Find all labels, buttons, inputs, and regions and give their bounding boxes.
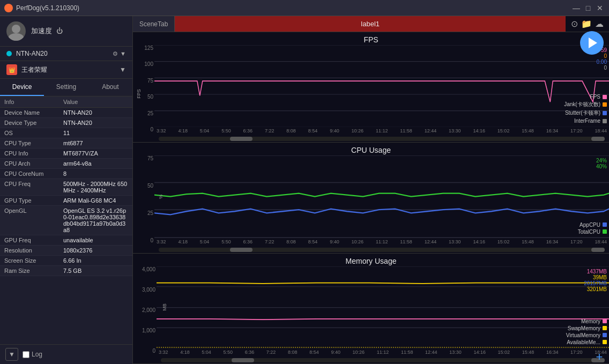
table-row: CPU Freq500MHz - 2000MHz 650MHz - 2400MH… — [0, 179, 132, 196]
game-selector[interactable]: 👑 王者荣耀 ▼ — [0, 61, 132, 79]
device-name: NTN-AN20 — [16, 50, 113, 57]
settings-icon[interactable]: ⚙ — [113, 50, 118, 57]
info-value: NTN-AN20 — [63, 120, 128, 126]
info-key: CPU Arch — [4, 160, 63, 167]
device-selector[interactable]: NTN-AN20 ⚙ ▼ — [0, 47, 132, 61]
tab-about[interactable]: About — [88, 79, 132, 96]
fps-legend-fps: FPS — [564, 94, 607, 100]
folder-icon[interactable]: 📁 — [581, 19, 592, 29]
cpu-y-75: 75 — [134, 155, 153, 161]
game-chevron-icon[interactable]: ▼ — [120, 66, 126, 73]
info-value: NTN-AN20 — [63, 109, 128, 116]
scene-icon-group: ⊙ 📁 ☁ — [566, 16, 609, 32]
cpu-legend: AppCPU TotalCPU — [578, 222, 607, 236]
fps-legend-jank-label: Jank(卡顿次数) — [564, 101, 600, 108]
info-key: CPU Type — [4, 140, 63, 146]
fps-y-0: 0 — [134, 127, 153, 132]
table-row: CPU InfoMT6877V/ZA — [0, 148, 132, 159]
fps-legend-interframe: InterFrame — [564, 118, 607, 124]
fps-x-17: 16:34 — [546, 128, 559, 136]
mem-y-2000: 2,000 — [134, 307, 155, 313]
log-checkbox[interactable] — [23, 351, 29, 358]
info-table-header: Info Value — [0, 96, 132, 108]
fps-y-75: 75 — [134, 78, 153, 84]
fps-scrollbar-thumb[interactable] — [230, 137, 252, 141]
info-value: 8 — [63, 170, 128, 177]
scene-label1[interactable]: label1 — [175, 16, 566, 32]
target-icon[interactable]: ⊙ — [571, 19, 578, 29]
fps-y-125: 125 — [134, 45, 153, 51]
fps-bigjank-value: 0.00 — [597, 59, 607, 65]
profile-section: 加速度 ⏻ — [0, 16, 132, 47]
info-value: ARM Mali-G68 MC4 — [63, 197, 128, 204]
memory-scrollbar-thumb[interactable] — [232, 358, 254, 362]
fps-x-10: 11:12 — [376, 128, 388, 136]
table-row: Device NameNTN-AN20 — [0, 108, 132, 118]
memory-legend: Memory SwapMemory VirtualMemory — [566, 318, 607, 346]
fps-x-13: 13:30 — [449, 128, 461, 136]
memory-scrollbar-track[interactable]: + — [161, 358, 605, 362]
cpu-legend-app: AppCPU — [578, 222, 607, 228]
fps-x-3: 5:50 — [221, 128, 231, 136]
fps-chart-section: FPS 125 100 75 50 25 0 FPS — [133, 32, 609, 143]
cpu-legend-total-label: TotalCPU — [578, 229, 600, 235]
fps-x-12: 12:44 — [425, 128, 437, 136]
fps-svg — [154, 45, 609, 127]
fps-chart-title: FPS — [133, 32, 609, 45]
info-value: 7.5 GB — [63, 268, 128, 274]
cpu-scrollbar-thumb-right[interactable] — [591, 248, 605, 252]
info-value: 6.66 In — [63, 257, 128, 264]
fps-y-axis-label: FPS — [136, 89, 142, 99]
cpu-legend-app-dot — [603, 222, 607, 227]
fps-scrollbar-thumb-right[interactable] — [591, 137, 605, 141]
memory-svg — [157, 266, 609, 348]
cpu-svg — [154, 155, 609, 237]
avatar — [6, 21, 26, 41]
add-chart-button[interactable]: + — [593, 351, 606, 363]
tab-setting[interactable]: Setting — [44, 79, 88, 96]
close-btn[interactable]: ✕ — [595, 3, 605, 13]
sidebar-bottom: ▼ Log — [0, 344, 132, 364]
cpu-scrollbar-track[interactable] — [159, 248, 605, 252]
fps-legend-jank-dot — [603, 102, 607, 107]
info-key: CPU Freq — [4, 181, 63, 194]
minimize-btn[interactable]: — — [571, 3, 581, 13]
mem-available-value: 3201MB — [584, 286, 607, 292]
fps-x-8: 9:40 — [330, 128, 339, 136]
cloud-icon[interactable]: ☁ — [595, 19, 604, 29]
fps-x-7: 8:54 — [308, 128, 318, 136]
game-name: 王者荣耀 — [21, 65, 120, 75]
table-row: Device TypeNTN-AN20 — [0, 118, 132, 128]
memory-chart-section: Memory Usage 4,000 3,000 2,000 1,000 0 M… — [133, 254, 609, 364]
info-key: Device Type — [4, 120, 63, 126]
device-status-dot — [6, 51, 12, 56]
collapse-btn[interactable]: ▼ — [5, 348, 18, 361]
table-row: Screen Size6.66 In — [0, 256, 132, 266]
value-col-header: Value — [63, 99, 128, 105]
cpu-appcpu-value: 24% — [596, 158, 607, 164]
cpu-plot: % 2 — [154, 155, 609, 237]
fps-y-25: 25 — [134, 110, 153, 116]
cpu-scrollbar-thumb[interactable] — [230, 248, 252, 252]
fps-x-9: 10:26 — [352, 128, 364, 136]
info-col-header: Info — [4, 99, 63, 105]
mem-legend-virtual-dot — [603, 333, 607, 337]
tab-device[interactable]: Device — [0, 79, 44, 96]
mem-legend-swap-label: SwapMemory — [568, 325, 600, 331]
info-key: CPU CoreNum — [4, 170, 63, 177]
info-table: Device NameNTN-AN20Device TypeNTN-AN20OS… — [0, 108, 132, 344]
power-icon[interactable]: ⏻ — [56, 27, 63, 35]
table-row: OS11 — [0, 128, 132, 138]
maximize-btn[interactable]: □ — [583, 3, 593, 13]
fps-scrollbar-track[interactable] — [159, 137, 605, 141]
fps-x-19: 18:44 — [595, 128, 607, 136]
chevron-down-icon[interactable]: ▼ — [120, 50, 126, 57]
table-row: CPU CoreNum8 — [0, 169, 132, 179]
play-button[interactable] — [580, 31, 604, 55]
mem-legend-virtual-label: VirtualMemory — [566, 332, 600, 338]
mem-y-4000: 4,000 — [134, 266, 155, 272]
game-icon: 👑 — [6, 64, 17, 75]
info-value: MT6877V/ZA — [63, 150, 128, 157]
fps-x-4: 6:36 — [243, 128, 253, 136]
info-value: 1080x2376 — [63, 247, 128, 254]
